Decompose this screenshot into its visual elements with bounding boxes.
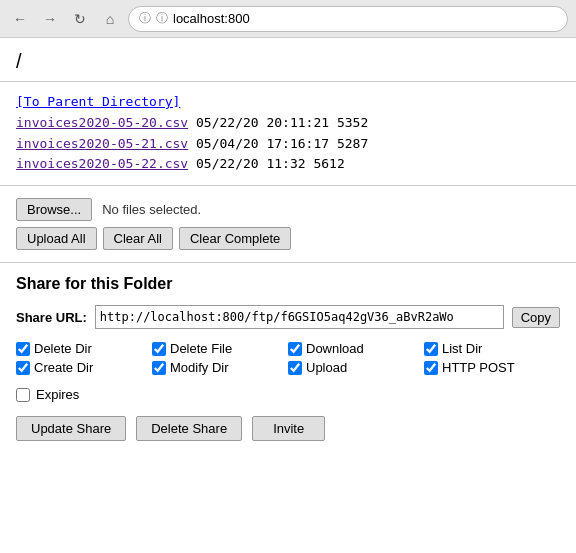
- file-meta-0: 05/22/20 20:11:21 5352: [196, 115, 368, 130]
- upload-all-button[interactable]: Upload All: [16, 227, 97, 250]
- file-row-1: invoices2020-05-21.csv 05/04/20 17:16:17…: [16, 134, 560, 155]
- browser-chrome: ← → ↻ ⌂ ⓘ ⓘ: [0, 0, 576, 38]
- file-link-1[interactable]: invoices2020-05-21.csv: [16, 136, 188, 151]
- invite-button[interactable]: Invite: [252, 416, 325, 441]
- info-icon: ⓘ: [156, 10, 168, 27]
- permissions-grid: Delete Dir Delete File Download List Dir…: [16, 341, 560, 375]
- url-input[interactable]: [173, 11, 557, 26]
- perm-label-http-post: HTTP POST: [442, 360, 515, 375]
- forward-button[interactable]: →: [38, 7, 62, 31]
- reload-button[interactable]: ↻: [68, 7, 92, 31]
- delete-share-button[interactable]: Delete Share: [136, 416, 242, 441]
- perm-item-delete-file: Delete File: [152, 341, 288, 356]
- page-title: /: [16, 50, 560, 73]
- file-meta-1: 05/04/20 17:16:17 5287: [196, 136, 368, 151]
- parent-directory-link[interactable]: [To Parent Directory]: [16, 92, 560, 113]
- perm-item-create-dir: Create Dir: [16, 360, 152, 375]
- parent-dir-anchor[interactable]: [To Parent Directory]: [16, 94, 180, 109]
- perm-label-upload: Upload: [306, 360, 347, 375]
- share-section-title: Share for this Folder: [16, 275, 560, 293]
- perm-checkbox-create-dir[interactable]: [16, 361, 30, 375]
- share-url-label: Share URL:: [16, 310, 87, 325]
- file-link-0[interactable]: invoices2020-05-20.csv: [16, 115, 188, 130]
- perm-checkbox-list-dir[interactable]: [424, 342, 438, 356]
- expires-checkbox[interactable]: [16, 388, 30, 402]
- perm-label-modify-dir: Modify Dir: [170, 360, 229, 375]
- title-section: /: [0, 38, 576, 82]
- copy-button[interactable]: Copy: [512, 307, 560, 328]
- browse-button[interactable]: Browse...: [16, 198, 92, 221]
- no-files-label: No files selected.: [102, 202, 201, 217]
- perm-item-list-dir: List Dir: [424, 341, 560, 356]
- perm-checkbox-http-post[interactable]: [424, 361, 438, 375]
- share-buttons-row: Update Share Delete Share Invite: [16, 416, 560, 441]
- security-icon: ⓘ: [139, 10, 151, 27]
- perm-label-list-dir: List Dir: [442, 341, 482, 356]
- perm-item-http-post: HTTP POST: [424, 360, 560, 375]
- clear-complete-button[interactable]: Clear Complete: [179, 227, 291, 250]
- file-list-section: [To Parent Directory] invoices2020-05-20…: [0, 82, 576, 186]
- address-bar[interactable]: ⓘ ⓘ: [128, 6, 568, 32]
- perm-item-download: Download: [288, 341, 424, 356]
- share-section: Share for this Folder Share URL: Copy De…: [0, 263, 576, 457]
- perm-item-modify-dir: Modify Dir: [152, 360, 288, 375]
- upload-section: Browse... No files selected. Upload All …: [0, 186, 576, 263]
- perm-checkbox-delete-dir[interactable]: [16, 342, 30, 356]
- perm-label-download: Download: [306, 341, 364, 356]
- file-link-2[interactable]: invoices2020-05-22.csv: [16, 156, 188, 171]
- perm-checkbox-modify-dir[interactable]: [152, 361, 166, 375]
- file-row-0: invoices2020-05-20.csv 05/22/20 20:11:21…: [16, 113, 560, 134]
- perm-item-upload: Upload: [288, 360, 424, 375]
- home-button[interactable]: ⌂: [98, 7, 122, 31]
- perm-item-delete-dir: Delete Dir: [16, 341, 152, 356]
- update-share-button[interactable]: Update Share: [16, 416, 126, 441]
- perm-checkbox-delete-file[interactable]: [152, 342, 166, 356]
- clear-all-button[interactable]: Clear All: [103, 227, 173, 250]
- back-button[interactable]: ←: [8, 7, 32, 31]
- share-url-input[interactable]: [95, 305, 504, 329]
- page-content: / [To Parent Directory] invoices2020-05-…: [0, 38, 576, 457]
- perm-checkbox-upload[interactable]: [288, 361, 302, 375]
- perm-label-create-dir: Create Dir: [34, 360, 93, 375]
- perm-label-delete-dir: Delete Dir: [34, 341, 92, 356]
- expires-row: Expires: [16, 387, 560, 402]
- share-url-row: Share URL: Copy: [16, 305, 560, 329]
- perm-checkbox-download[interactable]: [288, 342, 302, 356]
- perm-label-delete-file: Delete File: [170, 341, 232, 356]
- file-row-2: invoices2020-05-22.csv 05/22/20 11:32 56…: [16, 154, 560, 175]
- expires-label: Expires: [36, 387, 79, 402]
- file-meta-2: 05/22/20 11:32 5612: [196, 156, 345, 171]
